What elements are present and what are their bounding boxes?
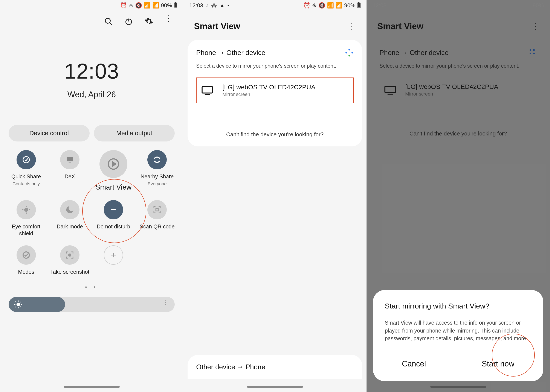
tile-do-not-disturb[interactable]: Do not disturb <box>94 200 133 237</box>
svg-line-29 <box>20 302 21 302</box>
media-output-button[interactable]: Media output <box>94 125 175 141</box>
svg-line-28 <box>15 307 16 307</box>
more-icon[interactable]: ⋮ <box>165 17 172 27</box>
quick-settings-screen: ⏰ ✳ 🔇 📶 📶 90% ⋮ 12:03 Wed, April 26 Devi… <box>0 0 183 392</box>
tile-take-screenshot[interactable]: Take screenshot <box>50 245 89 275</box>
svg-rect-15 <box>111 209 116 210</box>
svg-line-1 <box>110 22 112 25</box>
svg-marker-8 <box>112 162 116 166</box>
tile-nearby-share[interactable]: Nearby Share Everyone <box>137 150 177 191</box>
svg-point-9 <box>24 208 28 212</box>
battery-icon <box>357 3 361 8</box>
svg-rect-5 <box>67 157 73 161</box>
confirm-dialog: Start mirroring with Smart View? Smart V… <box>373 290 543 381</box>
device-name: [LG] webOS TV OLED42C2PUA <box>222 84 315 91</box>
direction-phone-to-other: Phone → Other device <box>196 49 265 57</box>
tile-eye-comfort[interactable]: Eye comfort shield <box>7 200 46 237</box>
svg-line-27 <box>20 307 21 307</box>
svg-rect-6 <box>69 162 71 162</box>
arrow-right-icon: → <box>218 49 225 57</box>
signal-icon: 📶 <box>336 2 343 9</box>
tile-dark-mode[interactable]: Dark mode <box>50 200 89 237</box>
search-icon[interactable] <box>104 17 113 27</box>
smart-view-screen: 12:03 ♪ ⁂ ▲ • ⏰ ✳ 🔇 📶 📶 90% Smart View ⋮… <box>183 0 366 392</box>
svg-point-18 <box>69 254 71 256</box>
settings-icon[interactable] <box>145 17 153 27</box>
notif-icon: ▲ <box>219 2 225 9</box>
battery-percent: 90% <box>344 2 355 9</box>
signal-icon: 📶 <box>152 2 159 9</box>
status-bar: ⏰ ✳ 🔇 📶 📶 90% <box>0 0 183 11</box>
instruction-text: Select a device to mirror your phone's s… <box>196 63 354 69</box>
tile-scan-qr[interactable]: Scan QR code <box>137 200 177 237</box>
page-indicator: • • <box>0 275 183 295</box>
mute-icon: 🔇 <box>318 2 325 9</box>
device-item-lg-tv[interactable]: [LG] webOS TV OLED42C2PUA Mirror screen <box>196 77 354 103</box>
svg-line-26 <box>15 302 16 302</box>
battery-percent: 90% <box>161 2 172 9</box>
bluetooth-icon: ✳ <box>312 2 317 9</box>
device-selection-card: Phone → Other device Select a device to … <box>187 40 362 147</box>
tile-smart-view[interactable]: Smart View <box>94 150 133 191</box>
battery-icon <box>174 3 177 8</box>
nav-handle[interactable] <box>430 386 486 388</box>
mute-icon: 🔇 <box>135 2 142 9</box>
bluetooth-icon: ✳ <box>129 2 133 9</box>
wifi-icon: 📶 <box>144 2 151 9</box>
more-icon[interactable]: ⋮ <box>348 26 356 27</box>
brightness-slider[interactable]: ⋮ <box>9 297 175 312</box>
searching-spinner-icon <box>345 48 354 57</box>
smart-view-dialog-screen: 12:03 90% Smart View ⋮ Phone → Other dev… <box>366 0 550 392</box>
tile-dex[interactable]: DeX <box>50 150 89 191</box>
dialog-body: Smart View will have access to the info … <box>385 319 532 342</box>
svg-point-4 <box>23 156 29 163</box>
status-time: 12:03 <box>189 2 203 9</box>
dialog-title: Start mirroring with Smart View? <box>385 302 532 310</box>
device-subtitle: Mirror screen <box>222 92 315 97</box>
tv-icon <box>201 86 214 95</box>
power-icon[interactable] <box>124 17 133 27</box>
clock-date: Wed, April 26 <box>0 90 183 99</box>
notif-more: • <box>228 2 229 9</box>
status-bar: 12:03 ♪ ⁂ ▲ • ⏰ ✳ 🔇 📶 📶 90% <box>183 0 366 11</box>
tile-quick-share[interactable]: Quick Share Contacts only <box>7 150 46 191</box>
alarm-icon: ⏰ <box>303 2 310 9</box>
svg-point-0 <box>105 18 110 23</box>
reverse-direction-button[interactable]: Other device → Phone <box>187 355 362 379</box>
wifi-icon: 📶 <box>327 2 334 9</box>
clock-time: 12:03 <box>0 59 183 84</box>
tile-add[interactable] <box>94 245 133 275</box>
device-control-button[interactable]: Device control <box>9 125 90 141</box>
help-link[interactable]: Can't find the device you're looking for… <box>196 131 354 138</box>
arrow-right-icon: → <box>237 363 244 371</box>
nav-handle[interactable] <box>247 386 303 388</box>
nav-handle[interactable] <box>64 386 120 388</box>
cancel-button[interactable]: Cancel <box>395 355 432 373</box>
notif-icon: ♪ <box>206 2 209 9</box>
brightness-icon <box>14 300 22 309</box>
notif-icon: ⁂ <box>211 2 217 9</box>
page-title: Smart View <box>194 21 240 31</box>
alarm-icon: ⏰ <box>120 2 127 9</box>
tile-modes[interactable]: Modes <box>7 245 46 275</box>
svg-rect-16 <box>156 209 158 211</box>
svg-rect-30 <box>202 87 213 93</box>
start-now-button[interactable]: Start now <box>475 355 521 373</box>
brightness-more-icon[interactable]: ⋮ <box>162 301 168 303</box>
svg-point-21 <box>16 303 20 306</box>
